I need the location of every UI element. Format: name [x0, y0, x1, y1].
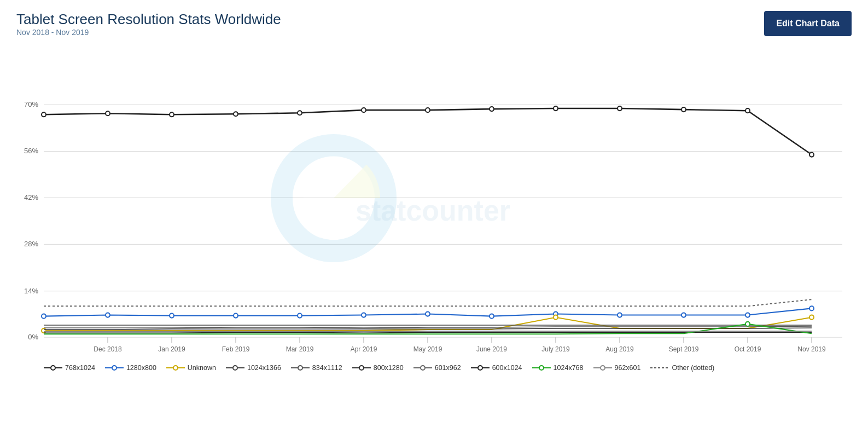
svg-point-49 [554, 106, 558, 111]
svg-point-65 [745, 313, 750, 317]
svg-text:Apr 2019: Apr 2019 [351, 345, 377, 353]
svg-text:Sept 2019: Sept 2019 [669, 345, 699, 353]
svg-point-68 [554, 315, 558, 320]
legend-item-834x1112: 834x1112 [291, 364, 342, 372]
legend-label-unknown: Unknown [188, 364, 216, 372]
legend-item-962x601: 962x601 [593, 364, 641, 372]
svg-text:14%: 14% [24, 287, 38, 295]
chart-subtitle: Nov 2018 - Nov 2019 [16, 28, 281, 37]
legend-label-600x1024: 600x1024 [492, 364, 522, 372]
svg-point-56 [170, 314, 174, 318]
legend-label-1024x768: 1024x768 [554, 364, 584, 372]
legend-label-other: Other (dotted) [672, 364, 714, 372]
chart-area: 0% 14% 28% 42% 56% 70% Dec 2018 Jan 2019… [16, 42, 852, 360]
chart-svg: 0% 14% 28% 42% 56% 70% Dec 2018 Jan 2019… [16, 42, 852, 360]
svg-point-50 [617, 106, 622, 111]
svg-point-48 [490, 107, 494, 111]
svg-point-67 [42, 328, 46, 333]
svg-point-43 [170, 112, 174, 117]
edit-chart-button[interactable]: Edit Chart Data [764, 11, 852, 36]
svg-text:statcounter: statcounter [356, 194, 510, 227]
svg-text:Oct 2019: Oct 2019 [735, 345, 761, 353]
svg-point-72 [51, 366, 55, 370]
legend-item-1024x1366: 1024x1366 [226, 364, 281, 372]
chart-legend: 768x1024 1280x800 Unknown 1024x1366 [16, 364, 852, 372]
legend-label-1024x1366: 1024x1366 [247, 364, 281, 372]
svg-point-64 [681, 313, 686, 317]
svg-text:June 2019: June 2019 [476, 345, 507, 353]
legend-label-800x1280: 800x1280 [374, 364, 404, 372]
svg-text:28%: 28% [24, 240, 38, 248]
svg-point-54 [42, 314, 46, 319]
svg-point-58 [298, 314, 302, 318]
svg-text:42%: 42% [24, 193, 38, 201]
legend-item-1024x768: 1024x768 [532, 364, 584, 372]
svg-point-57 [234, 314, 238, 318]
svg-text:Dec 2018: Dec 2018 [94, 345, 122, 353]
svg-point-53 [809, 152, 814, 157]
svg-text:70%: 70% [24, 100, 38, 108]
svg-point-74 [112, 366, 116, 370]
svg-point-90 [601, 366, 605, 370]
svg-point-47 [426, 108, 430, 112]
svg-point-45 [298, 111, 302, 115]
svg-text:56%: 56% [24, 147, 38, 155]
legend-label-834x1112: 834x1112 [312, 364, 342, 372]
legend-item-1280x800: 1280x800 [105, 364, 156, 372]
svg-point-46 [362, 108, 366, 112]
svg-text:Mar 2019: Mar 2019 [286, 345, 314, 353]
svg-point-61 [490, 314, 494, 319]
svg-point-80 [298, 366, 302, 370]
svg-text:Feb 2019: Feb 2019 [222, 345, 250, 353]
chart-title: Tablet Screen Resolution Stats Worldwide [16, 11, 281, 28]
svg-point-78 [233, 366, 237, 370]
svg-point-86 [478, 366, 482, 370]
svg-text:July 2019: July 2019 [541, 345, 570, 353]
svg-point-76 [173, 366, 178, 370]
svg-point-84 [421, 366, 425, 370]
svg-point-66 [809, 306, 814, 310]
svg-point-82 [359, 366, 364, 370]
svg-point-59 [362, 313, 366, 317]
svg-text:Jan 2019: Jan 2019 [158, 345, 185, 353]
svg-point-70 [745, 322, 750, 326]
main-container: Tablet Screen Resolution Stats Worldwide… [0, 0, 868, 439]
legend-item-other: Other (dotted) [650, 364, 714, 372]
legend-item-601x962: 601x962 [413, 364, 461, 372]
svg-point-55 [106, 313, 110, 317]
legend-item-800x1280: 800x1280 [352, 364, 404, 372]
svg-point-88 [539, 366, 544, 370]
svg-point-44 [234, 112, 238, 116]
svg-text:May 2019: May 2019 [413, 345, 442, 353]
svg-text:Aug 2019: Aug 2019 [605, 345, 634, 353]
header: Tablet Screen Resolution Stats Worldwide… [16, 11, 852, 37]
legend-label-768x1024: 768x1024 [65, 364, 95, 372]
svg-text:Nov 2019: Nov 2019 [797, 345, 826, 353]
legend-item-768x1024: 768x1024 [44, 364, 95, 372]
title-block: Tablet Screen Resolution Stats Worldwide… [16, 11, 281, 37]
svg-point-42 [106, 111, 110, 115]
svg-point-52 [745, 108, 750, 113]
svg-point-51 [681, 107, 686, 112]
legend-label-1280x800: 1280x800 [126, 364, 156, 372]
legend-item-600x1024: 600x1024 [471, 364, 522, 372]
svg-point-63 [617, 313, 622, 317]
svg-point-69 [809, 315, 814, 320]
legend-item-unknown: Unknown [166, 364, 216, 372]
svg-text:0%: 0% [28, 333, 38, 341]
svg-point-60 [426, 311, 430, 316]
svg-point-41 [42, 112, 46, 117]
legend-label-601x962: 601x962 [435, 364, 461, 372]
legend-label-962x601: 962x601 [615, 364, 641, 372]
